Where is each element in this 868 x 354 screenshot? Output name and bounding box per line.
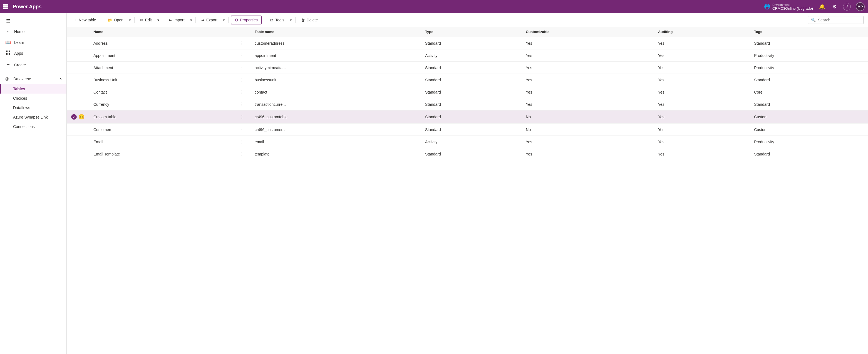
- sidebar-item-learn[interactable]: 📖 Learn: [0, 37, 66, 48]
- toolbar-divider-1: [102, 17, 102, 23]
- new-table-label: New table: [79, 18, 96, 22]
- dots-icon[interactable]: ⋮: [238, 52, 246, 58]
- settings-button[interactable]: ⚙: [831, 2, 838, 11]
- row-name: Business Unit: [89, 74, 234, 86]
- row-table-name: appointment: [250, 49, 421, 62]
- table-row: Currency⋮transactioncurre...StandardYesY…: [67, 98, 868, 110]
- sidebar-item-tables[interactable]: Tables: [0, 84, 66, 94]
- sidebar-item-apps[interactable]: Apps: [0, 48, 66, 59]
- export-chevron-button[interactable]: ▾: [222, 16, 226, 24]
- open-button[interactable]: 📂 Open: [104, 16, 127, 24]
- row-actions-cell: [67, 49, 89, 62]
- properties-button[interactable]: ⚙ Properties: [231, 15, 261, 25]
- row-type: Standard: [421, 123, 521, 136]
- new-table-button[interactable]: + New table: [71, 16, 99, 24]
- row-auditing: Yes: [654, 123, 750, 136]
- table-row: Customers⋮cr496_customersStandardNoYesCu…: [67, 123, 868, 136]
- row-table-name: template: [250, 148, 421, 160]
- sidebar-item-azure-synapse[interactable]: Azure Synapse Link: [0, 112, 66, 122]
- row-type: Standard: [421, 37, 521, 49]
- dataverse-section-header[interactable]: ◎ Dataverse ∧: [0, 73, 66, 84]
- dots-icon[interactable]: ⋮: [238, 65, 246, 71]
- edit-button[interactable]: ✏ Edit: [137, 16, 155, 24]
- data-table: Name Table name Type Customizable Auditi…: [67, 27, 868, 160]
- row-dots-menu[interactable]: ⋮: [234, 74, 250, 86]
- sidebar-item-create[interactable]: + Create: [0, 59, 66, 71]
- export-button[interactable]: ➡ Export: [198, 16, 221, 24]
- row-emoji: 😊: [79, 114, 85, 120]
- import-button[interactable]: ⬅ Import: [165, 16, 188, 24]
- row-actions-cell: [67, 136, 89, 148]
- sidebar-item-connections[interactable]: Connections: [0, 122, 66, 131]
- tools-button[interactable]: 🗂 Tools: [266, 16, 288, 24]
- tools-chevron-button[interactable]: ▾: [289, 16, 293, 24]
- avatar[interactable]: MP: [856, 2, 865, 11]
- col-actions: [67, 27, 89, 37]
- edit-chevron-button[interactable]: ▾: [156, 16, 160, 24]
- dots-icon[interactable]: ⋮: [238, 89, 246, 95]
- row-name: Email Template: [89, 148, 234, 160]
- dots-icon[interactable]: ⋮: [238, 139, 246, 145]
- row-dots-menu[interactable]: ⋮: [234, 62, 250, 74]
- row-dots-menu[interactable]: ⋮: [234, 37, 250, 49]
- sidebar-item-home[interactable]: ⌂ Home: [0, 26, 66, 37]
- row-dots-menu[interactable]: ⋮: [234, 136, 250, 148]
- row-tags: Standard: [750, 98, 868, 110]
- row-table-name: businessunit: [250, 74, 421, 86]
- import-chevron-button[interactable]: ▾: [189, 16, 193, 24]
- row-dots-menu[interactable]: ⋮: [234, 123, 250, 136]
- home-label: Home: [14, 29, 25, 34]
- col-auditing: Auditing: [654, 27, 750, 37]
- dots-icon[interactable]: ⋮: [238, 114, 246, 120]
- delete-button[interactable]: 🗑 Delete: [298, 16, 321, 24]
- sidebar-item-dataflows[interactable]: Dataflows: [0, 103, 66, 112]
- dots-icon[interactable]: ⋮: [238, 40, 246, 46]
- environment-info: 🌐 Environment CRMC3Online (Upgrade): [764, 3, 813, 10]
- sidebar-menu-toggle[interactable]: ☰: [0, 15, 66, 26]
- table-row: Email⋮emailActivityYesYesProductivity: [67, 136, 868, 148]
- open-icon: 📂: [107, 18, 112, 22]
- notifications-button[interactable]: 🔔: [818, 2, 826, 11]
- dots-icon[interactable]: ⋮: [238, 127, 246, 133]
- row-actions-cell: ✓ 😊: [67, 110, 89, 123]
- dots-icon[interactable]: ⋮: [238, 101, 246, 107]
- sidebar-divider: [0, 72, 66, 72]
- row-dots-menu[interactable]: ⋮: [234, 148, 250, 160]
- table-row: Address⋮customeraddressStandardYesYesSta…: [67, 37, 868, 49]
- row-dots-menu[interactable]: ⋮: [234, 86, 250, 98]
- row-tags: Core: [750, 86, 868, 98]
- dots-icon[interactable]: ⋮: [238, 151, 246, 157]
- table-row: Contact⋮contactStandardYesYesCore: [67, 86, 868, 98]
- row-auditing: Yes: [654, 98, 750, 110]
- menu-icon: ☰: [5, 18, 11, 24]
- row-name: Appointment: [89, 49, 234, 62]
- row-type: Activity: [421, 136, 521, 148]
- export-chevron-icon: ▾: [223, 18, 225, 22]
- main-content: + New table 📂 Open ▾ ✏ Edit ▾ ⬅ Impo: [67, 13, 868, 354]
- svg-rect-6: [3, 8, 5, 9]
- row-check[interactable]: ✓: [71, 114, 77, 120]
- row-dots-menu[interactable]: ⋮: [234, 110, 250, 123]
- row-type: Standard: [421, 98, 521, 110]
- edit-label: Edit: [145, 18, 152, 22]
- sidebar-top: ☰ ⌂ Home 📖 Learn Apps +: [0, 13, 66, 134]
- open-chevron-button[interactable]: ▾: [128, 16, 132, 24]
- row-dots-menu[interactable]: ⋮: [234, 49, 250, 62]
- table-row: Attachment⋮activitymimeatta...StandardYe…: [67, 62, 868, 74]
- dots-icon[interactable]: ⋮: [238, 77, 246, 83]
- search-input[interactable]: [818, 18, 860, 22]
- svg-rect-12: [9, 53, 10, 55]
- main-layout: ☰ ⌂ Home 📖 Learn Apps +: [0, 13, 868, 354]
- row-dots-menu[interactable]: ⋮: [234, 98, 250, 110]
- row-customizable: Yes: [521, 62, 653, 74]
- globe-icon: 🌐: [764, 4, 770, 10]
- open-label: Open: [114, 18, 123, 22]
- grid-icon[interactable]: [3, 4, 8, 9]
- table-row: Email Template⋮templateStandardYesYesSta…: [67, 148, 868, 160]
- toolbar-divider-3: [163, 17, 163, 23]
- row-auditing: Yes: [654, 74, 750, 86]
- sidebar-item-choices[interactable]: Choices: [0, 94, 66, 103]
- learn-icon: 📖: [5, 40, 11, 45]
- row-type: Standard: [421, 148, 521, 160]
- help-button[interactable]: ?: [843, 3, 851, 10]
